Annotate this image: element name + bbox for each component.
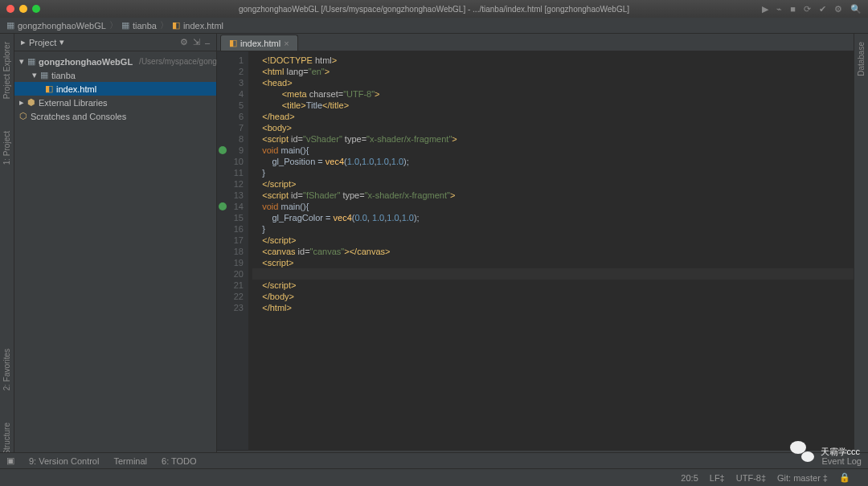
chevron-down-icon[interactable]: ▾ [59, 37, 64, 47]
code-content[interactable]: <!DOCTYPE html> <html lang="en"> <head> … [249, 51, 854, 450]
html-file-icon: ◧ [172, 20, 180, 31]
html-file-icon: ◧ [45, 84, 53, 94]
editor[interactable]: 1234567891011121314151617181920212223 <!… [217, 51, 854, 450]
git-branch[interactable]: Git: master ‡ [777, 473, 828, 483]
library-icon: ⬢ [27, 97, 35, 108]
tree-external-libraries[interactable]: ▸ ⬢ External Libraries [14, 96, 216, 109]
right-tool-strip: Database [854, 34, 868, 464]
tab-label: index.html [240, 39, 280, 48]
editor-area: ◧ index.html × 1234567891011121314151617… [217, 34, 854, 464]
close-window[interactable] [6, 5, 14, 13]
line-separator[interactable]: LF‡ [710, 473, 725, 483]
tree-label: gongzhonghaoWebGL [39, 57, 133, 67]
project-explorer-tool[interactable]: Project Explorer [2, 42, 11, 99]
expand-icon[interactable]: ▾ [32, 70, 37, 80]
terminal-tool[interactable]: Terminal [113, 456, 147, 466]
expand-icon[interactable]: ▸ [19, 97, 24, 108]
vcs-commit-icon[interactable]: ✔ [819, 4, 826, 14]
tab-index-html[interactable]: ◧ index.html × [220, 35, 298, 51]
collapse-icon[interactable]: ⇲ [193, 37, 200, 47]
expand-icon[interactable]: ▾ [19, 56, 24, 67]
tool-window-icon[interactable]: ▣ [6, 455, 14, 466]
lock-icon[interactable]: 🔒 [839, 472, 850, 483]
version-control-tool[interactable]: 9: Version Control [29, 456, 99, 466]
stop-icon[interactable]: ■ [790, 4, 796, 14]
sidebar-header: ▸ Project ▾ ⚙ ⇲ – [14, 34, 216, 51]
project-tool[interactable]: 1: Project [2, 131, 11, 165]
cursor-position[interactable]: 20:5 [681, 473, 698, 483]
window-controls [6, 5, 40, 13]
editor-tabs: ◧ index.html × [217, 34, 854, 51]
folder-icon: ▦ [27, 56, 35, 67]
folder-icon: ▦ [40, 70, 48, 80]
separator: 〉 [109, 19, 118, 31]
sidebar-title[interactable]: Project [29, 38, 56, 47]
breadcrumb-folder[interactable]: tianba [133, 21, 157, 31]
tree-folder-tianba[interactable]: ▾ ▦ tianba [14, 68, 216, 82]
minimize-window[interactable] [19, 5, 27, 13]
tree-label: External Libraries [39, 98, 108, 108]
navigation-bar: ▦ gongzhonghaoWebGL 〉 ▦ tianba 〉 ◧ index… [0, 18, 868, 34]
bottom-tool-bar: ▣ 9: Version Control Terminal 6: TODO Ev… [0, 452, 868, 468]
toolbar-right: ▶ ⌁ ■ ⟳ ✔ ⚙ 🔍 [762, 4, 862, 14]
project-tree: ▾ ▦ gongzhonghaoWebGL /Users/myspace/gon… [14, 51, 216, 126]
gear-icon[interactable]: ⚙ [834, 4, 842, 14]
event-log-tool[interactable]: Event Log [821, 456, 862, 466]
tree-label: index.html [56, 84, 96, 94]
left-tool-strip: Project Explorer 1: Project 2: Favorites… [0, 34, 14, 464]
breadcrumb-file[interactable]: index.html [183, 21, 223, 31]
hide-icon[interactable]: – [205, 38, 210, 47]
html-file-icon: ◧ [229, 38, 237, 48]
gear-icon[interactable]: ⚙ [180, 37, 188, 47]
tree-file-index[interactable]: ◧ index.html [14, 82, 216, 96]
project-dropdown-icon[interactable]: ▸ [21, 37, 26, 47]
tree-label: tianba [51, 71, 76, 80]
breadcrumb-root[interactable]: gongzhonghaoWebGL [18, 21, 106, 31]
run-icon[interactable]: ▶ [762, 4, 768, 14]
vcs-update-icon[interactable]: ⟳ [804, 4, 811, 14]
titlebar: gongzhonghaoWebGL [/Users/myspace/gongzh… [0, 0, 868, 18]
line-gutter: 1234567891011121314151617181920212223 [217, 51, 249, 450]
debug-icon[interactable]: ⌁ [776, 4, 782, 14]
search-icon[interactable]: 🔍 [850, 4, 862, 14]
database-tool[interactable]: Database [857, 42, 866, 76]
folder-icon: ▦ [121, 20, 129, 31]
separator: 〉 [160, 19, 169, 31]
favorites-tool[interactable]: 2: Favorites [2, 349, 11, 390]
zoom-window[interactable] [32, 5, 40, 13]
todo-tool[interactable]: 6: TODO [162, 456, 197, 466]
tree-label: Scratches and Consoles [31, 112, 126, 121]
folder-icon: ▦ [6, 20, 14, 31]
project-sidebar: ▸ Project ▾ ⚙ ⇲ – ▾ ▦ gongzhonghaoWebGL … [14, 34, 217, 464]
close-icon[interactable]: × [284, 39, 289, 48]
tree-project-root[interactable]: ▾ ▦ gongzhonghaoWebGL /Users/myspace/gon… [14, 55, 216, 68]
file-encoding[interactable]: UTF-8‡ [736, 473, 766, 483]
scratch-icon: ⬡ [19, 111, 27, 121]
tree-scratches[interactable]: ⬡ Scratches and Consoles [14, 109, 216, 123]
status-bar: 20:5 LF‡ UTF-8‡ Git: master ‡ 🔒 [0, 468, 868, 486]
window-title: gongzhonghaoWebGL [/Users/myspace/gongzh… [239, 5, 629, 14]
